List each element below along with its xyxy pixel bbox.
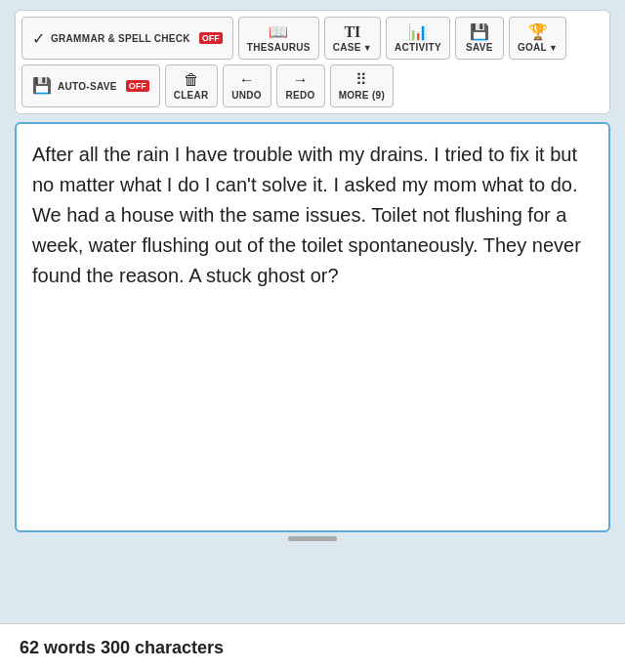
- activity-button[interactable]: 📊 ACTIVITY: [386, 17, 450, 60]
- save-label: SAVE: [466, 42, 493, 53]
- thesaurus-label: THESAURUS: [247, 42, 311, 53]
- clear-button[interactable]: 🗑 CLEAR: [165, 64, 218, 107]
- word-count-bar: 62 words 300 characters: [0, 623, 625, 672]
- activity-label: ACTIVITY: [395, 42, 441, 53]
- undo-icon: ←: [239, 72, 255, 88]
- save-icon: 💾: [470, 24, 489, 40]
- toolbar-row-1: ✓ GRAMMAR & SPELL CHECK OFF 📖 THESAURUS …: [21, 17, 604, 60]
- redo-icon: →: [293, 72, 309, 88]
- toolbar-container: ✓ GRAMMAR & SPELL CHECK OFF 📖 THESAURUS …: [15, 10, 610, 114]
- editor-textarea[interactable]: After all the rain I have trouble with m…: [15, 122, 610, 532]
- case-icon: TI: [344, 24, 360, 40]
- autosave-label: AUTO-SAVE: [58, 81, 117, 92]
- goal-label: GOAL▼: [518, 42, 558, 53]
- autosave-button[interactable]: 💾 AUTO-SAVE OFF: [21, 64, 160, 107]
- more-button[interactable]: ⠿ MORE (9): [330, 64, 394, 107]
- checkmark-icon: ✓: [32, 29, 45, 48]
- undo-label: UNDO: [231, 90, 262, 101]
- undo-button[interactable]: ← UNDO: [223, 64, 271, 107]
- grammar-spell-check-button[interactable]: ✓ GRAMMAR & SPELL CHECK OFF: [21, 17, 233, 60]
- goal-icon: 🏆: [528, 24, 548, 40]
- word-count-text: 62 words 300 characters: [20, 638, 224, 657]
- more-label: MORE (9): [339, 90, 385, 101]
- scrollbar-thumb: [288, 536, 337, 541]
- activity-icon: 📊: [408, 24, 428, 40]
- thesaurus-icon: 📖: [269, 24, 288, 40]
- redo-label: REDO: [286, 90, 315, 101]
- editor-content: After all the rain I have trouble with m…: [32, 140, 593, 291]
- autosave-icon: 💾: [32, 78, 52, 94]
- clear-label: CLEAR: [174, 90, 209, 101]
- scrollbar-hint: [288, 536, 337, 541]
- save-button[interactable]: 💾 SAVE: [455, 17, 504, 60]
- case-button[interactable]: TI CASE▼: [324, 17, 381, 60]
- redo-button[interactable]: → REDO: [276, 64, 325, 107]
- goal-button[interactable]: 🏆 GOAL▼: [509, 17, 566, 60]
- thesaurus-button[interactable]: 📖 THESAURUS: [238, 17, 319, 60]
- more-icon: ⠿: [355, 72, 367, 88]
- grammar-badge: OFF: [199, 32, 223, 44]
- clear-icon: 🗑: [184, 72, 199, 88]
- autosave-badge: OFF: [126, 80, 149, 92]
- toolbar-row-2: 💾 AUTO-SAVE OFF 🗑 CLEAR ← UNDO → REDO ⠿ …: [21, 64, 604, 107]
- grammar-label: GRAMMAR & SPELL CHECK: [51, 33, 190, 44]
- case-label: CASE▼: [333, 42, 372, 53]
